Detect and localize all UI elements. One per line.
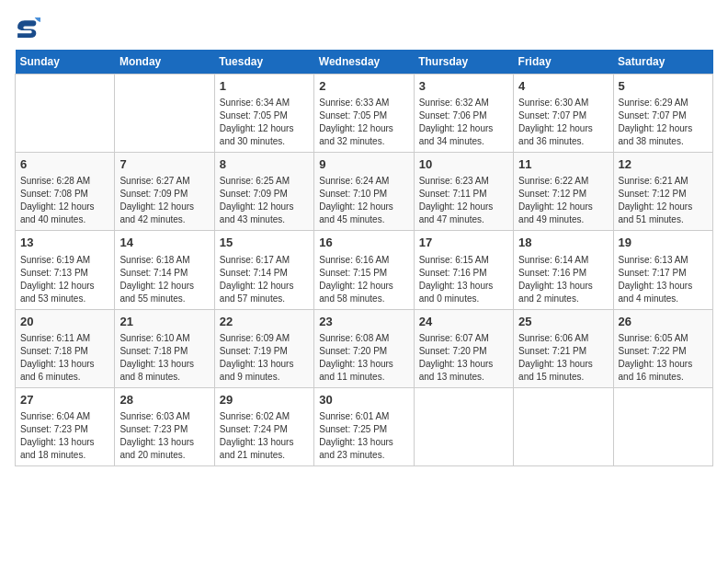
day-number: 18 bbox=[518, 235, 608, 251]
day-info: Sunrise: 6:11 AMSunset: 7:18 PMDaylight:… bbox=[20, 332, 109, 384]
day-info: Sunrise: 6:03 AMSunset: 7:23 PMDaylight:… bbox=[119, 410, 209, 462]
calendar-day-cell: 3 Sunrise: 6:32 AMSunset: 7:06 PMDayligh… bbox=[414, 75, 513, 153]
day-number: 1 bbox=[220, 78, 309, 95]
day-info: Sunrise: 6:32 AMSunset: 7:06 PMDaylight:… bbox=[419, 97, 508, 148]
calendar-day-cell: 15 Sunrise: 6:17 AMSunset: 7:14 PMDaylig… bbox=[214, 231, 313, 309]
day-number: 24 bbox=[419, 314, 508, 330]
weekday-header-cell: Friday bbox=[514, 50, 613, 75]
day-info: Sunrise: 6:06 AMSunset: 7:21 PMDaylight:… bbox=[518, 332, 608, 384]
calendar-day-cell: 29 Sunrise: 6:02 AMSunset: 7:24 PMDaylig… bbox=[214, 387, 313, 465]
day-number: 7 bbox=[119, 156, 209, 173]
day-number: 23 bbox=[319, 314, 408, 330]
calendar-week-row: 27 Sunrise: 6:04 AMSunset: 7:23 PMDaylig… bbox=[16, 387, 713, 465]
day-info: Sunrise: 6:10 AMSunset: 7:18 PMDaylight:… bbox=[119, 332, 209, 384]
day-info: Sunrise: 6:04 AMSunset: 7:23 PMDaylight:… bbox=[20, 410, 109, 462]
day-number: 30 bbox=[319, 392, 408, 408]
calendar-day-cell: 18 Sunrise: 6:14 AMSunset: 7:16 PMDaylig… bbox=[514, 231, 613, 309]
day-info: Sunrise: 6:08 AMSunset: 7:20 PMDaylight:… bbox=[319, 332, 408, 384]
day-info: Sunrise: 6:13 AMSunset: 7:17 PMDaylight:… bbox=[619, 254, 708, 305]
day-number: 10 bbox=[419, 156, 508, 173]
day-info: Sunrise: 6:33 AMSunset: 7:05 PMDaylight:… bbox=[319, 97, 408, 148]
calendar-day-cell bbox=[514, 387, 613, 465]
day-number: 25 bbox=[518, 314, 608, 330]
calendar-day-cell: 9 Sunrise: 6:24 AMSunset: 7:10 PMDayligh… bbox=[314, 153, 414, 231]
weekday-header-cell: Monday bbox=[115, 50, 214, 75]
weekday-header-cell: Tuesday bbox=[214, 50, 313, 75]
day-number: 5 bbox=[619, 78, 708, 95]
calendar-day-cell: 21 Sunrise: 6:10 AMSunset: 7:18 PMDaylig… bbox=[115, 309, 214, 387]
calendar-day-cell: 4 Sunrise: 6:30 AMSunset: 7:07 PMDayligh… bbox=[514, 75, 613, 153]
calendar-day-cell bbox=[115, 75, 214, 153]
day-info: Sunrise: 6:18 AMSunset: 7:14 PMDaylight:… bbox=[119, 254, 209, 305]
weekday-header-cell: Saturday bbox=[613, 50, 712, 75]
calendar-day-cell: 10 Sunrise: 6:23 AMSunset: 7:11 PMDaylig… bbox=[414, 153, 513, 231]
calendar-day-cell: 28 Sunrise: 6:03 AMSunset: 7:23 PMDaylig… bbox=[115, 387, 214, 465]
calendar-day-cell bbox=[16, 75, 115, 153]
day-number: 13 bbox=[20, 235, 109, 251]
calendar-day-cell: 23 Sunrise: 6:08 AMSunset: 7:20 PMDaylig… bbox=[314, 309, 414, 387]
calendar-day-cell: 5 Sunrise: 6:29 AMSunset: 7:07 PMDayligh… bbox=[613, 75, 712, 153]
calendar-body: 1 Sunrise: 6:34 AMSunset: 7:05 PMDayligh… bbox=[16, 75, 713, 466]
page-header bbox=[15, 15, 713, 40]
day-info: Sunrise: 6:24 AMSunset: 7:10 PMDaylight:… bbox=[319, 175, 408, 226]
day-info: Sunrise: 6:07 AMSunset: 7:20 PMDaylight:… bbox=[419, 332, 508, 384]
day-number: 29 bbox=[220, 392, 309, 408]
calendar-day-cell: 12 Sunrise: 6:21 AMSunset: 7:12 PMDaylig… bbox=[613, 153, 712, 231]
day-info: Sunrise: 6:01 AMSunset: 7:25 PMDaylight:… bbox=[319, 410, 408, 462]
calendar-day-cell: 20 Sunrise: 6:11 AMSunset: 7:18 PMDaylig… bbox=[16, 309, 115, 387]
calendar-day-cell: 24 Sunrise: 6:07 AMSunset: 7:20 PMDaylig… bbox=[414, 309, 513, 387]
day-info: Sunrise: 6:16 AMSunset: 7:15 PMDaylight:… bbox=[319, 254, 408, 305]
calendar-day-cell: 19 Sunrise: 6:13 AMSunset: 7:17 PMDaylig… bbox=[613, 231, 712, 309]
day-info: Sunrise: 6:19 AMSunset: 7:13 PMDaylight:… bbox=[20, 254, 109, 305]
calendar-day-cell: 11 Sunrise: 6:22 AMSunset: 7:12 PMDaylig… bbox=[514, 153, 613, 231]
calendar-week-row: 20 Sunrise: 6:11 AMSunset: 7:18 PMDaylig… bbox=[16, 309, 713, 387]
day-number: 19 bbox=[619, 235, 708, 251]
calendar-day-cell: 13 Sunrise: 6:19 AMSunset: 7:13 PMDaylig… bbox=[16, 231, 115, 309]
calendar-day-cell: 7 Sunrise: 6:27 AMSunset: 7:09 PMDayligh… bbox=[115, 153, 214, 231]
calendar-day-cell: 14 Sunrise: 6:18 AMSunset: 7:14 PMDaylig… bbox=[115, 231, 214, 309]
day-number: 17 bbox=[419, 235, 508, 251]
day-info: Sunrise: 6:27 AMSunset: 7:09 PMDaylight:… bbox=[119, 175, 209, 226]
weekday-header-cell: Sunday bbox=[16, 50, 115, 75]
day-info: Sunrise: 6:34 AMSunset: 7:05 PMDaylight:… bbox=[220, 97, 309, 148]
weekday-header-cell: Wednesday bbox=[314, 50, 414, 75]
day-info: Sunrise: 6:30 AMSunset: 7:07 PMDaylight:… bbox=[518, 97, 608, 148]
day-number: 28 bbox=[119, 392, 209, 408]
calendar-day-cell: 6 Sunrise: 6:28 AMSunset: 7:08 PMDayligh… bbox=[16, 153, 115, 231]
calendar-day-cell bbox=[414, 387, 513, 465]
day-number: 14 bbox=[119, 235, 209, 251]
calendar-table: SundayMondayTuesdayWednesdayThursdayFrid… bbox=[15, 50, 713, 466]
day-number: 11 bbox=[518, 156, 608, 173]
day-number: 22 bbox=[220, 314, 309, 330]
day-info: Sunrise: 6:21 AMSunset: 7:12 PMDaylight:… bbox=[619, 175, 708, 226]
calendar-day-cell: 25 Sunrise: 6:06 AMSunset: 7:21 PMDaylig… bbox=[514, 309, 613, 387]
calendar-day-cell: 30 Sunrise: 6:01 AMSunset: 7:25 PMDaylig… bbox=[314, 387, 414, 465]
day-number: 3 bbox=[419, 78, 508, 95]
day-info: Sunrise: 6:23 AMSunset: 7:11 PMDaylight:… bbox=[419, 175, 508, 226]
day-number: 15 bbox=[220, 235, 309, 251]
day-number: 20 bbox=[20, 314, 109, 330]
day-info: Sunrise: 6:28 AMSunset: 7:08 PMDaylight:… bbox=[20, 175, 109, 226]
day-number: 6 bbox=[20, 156, 109, 173]
day-info: Sunrise: 6:29 AMSunset: 7:07 PMDaylight:… bbox=[619, 97, 708, 148]
day-info: Sunrise: 6:14 AMSunset: 7:16 PMDaylight:… bbox=[518, 254, 608, 305]
day-info: Sunrise: 6:05 AMSunset: 7:22 PMDaylight:… bbox=[619, 332, 708, 384]
day-info: Sunrise: 6:25 AMSunset: 7:09 PMDaylight:… bbox=[220, 175, 309, 226]
calendar-day-cell bbox=[613, 387, 712, 465]
day-info: Sunrise: 6:22 AMSunset: 7:12 PMDaylight:… bbox=[518, 175, 608, 226]
day-number: 8 bbox=[220, 156, 309, 173]
day-number: 12 bbox=[619, 156, 708, 173]
calendar-week-row: 13 Sunrise: 6:19 AMSunset: 7:13 PMDaylig… bbox=[16, 231, 713, 309]
calendar-week-row: 1 Sunrise: 6:34 AMSunset: 7:05 PMDayligh… bbox=[16, 75, 713, 153]
calendar-day-cell: 1 Sunrise: 6:34 AMSunset: 7:05 PMDayligh… bbox=[214, 75, 313, 153]
calendar-day-cell: 26 Sunrise: 6:05 AMSunset: 7:22 PMDaylig… bbox=[613, 309, 712, 387]
weekday-header-cell: Thursday bbox=[414, 50, 513, 75]
day-number: 26 bbox=[619, 314, 708, 330]
day-number: 21 bbox=[119, 314, 209, 330]
calendar-day-cell: 16 Sunrise: 6:16 AMSunset: 7:15 PMDaylig… bbox=[314, 231, 414, 309]
day-info: Sunrise: 6:02 AMSunset: 7:24 PMDaylight:… bbox=[220, 410, 309, 462]
calendar-day-cell: 8 Sunrise: 6:25 AMSunset: 7:09 PMDayligh… bbox=[214, 153, 313, 231]
day-number: 27 bbox=[20, 392, 109, 408]
day-number: 4 bbox=[518, 78, 608, 95]
logo bbox=[15, 15, 44, 40]
